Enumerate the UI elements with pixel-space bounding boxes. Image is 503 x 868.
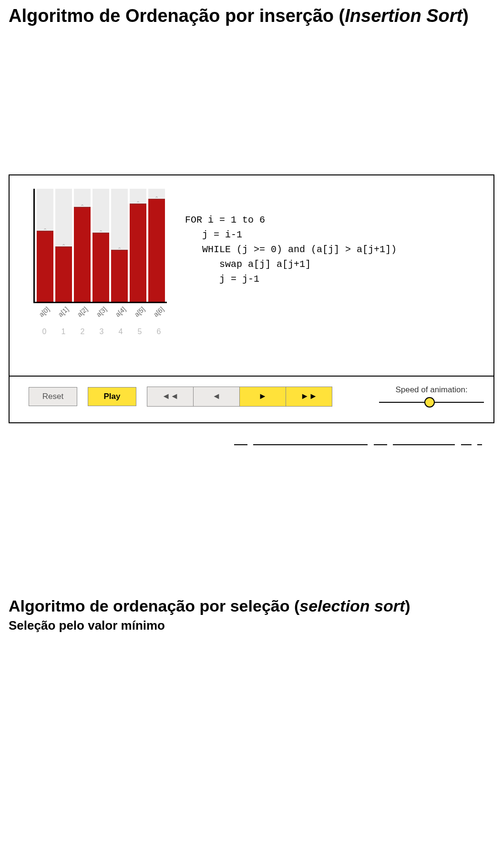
controls-bar: Reset Play ◄◄ ◄ ► ►► Speed of animation: [10, 376, 493, 422]
code-line: j = i-1 [185, 229, 242, 240]
pseudocode: FOR i = 1 to 6 j = i-1 WHILE (j >= 0) an… [185, 213, 480, 286]
code-line: WHILE (j >= 0) and (a[j] > a[j+1]) [185, 244, 397, 255]
bar-handle-icon[interactable]: ⌃ [99, 229, 103, 235]
bar-slot[interactable]: ⌃ [130, 189, 146, 302]
bar-handle-icon[interactable]: ⌃ [117, 246, 122, 253]
axis-index: 3 [92, 327, 111, 336]
dash-segment [461, 444, 472, 445]
selection-subheading: Seleção pelo valor mínimo [9, 618, 494, 633]
bar-fill: ⌃ [130, 204, 146, 302]
play-button[interactable]: Play [88, 387, 136, 406]
bar-slot[interactable]: ⌃ [37, 189, 53, 302]
title-text: Algoritmo de ordenação por seleção ( [9, 597, 299, 615]
speed-slider[interactable] [379, 397, 484, 408]
code-line: FOR i = 1 to 6 [185, 214, 265, 225]
reset-button[interactable]: Reset [29, 387, 77, 406]
code-line: j = j-1 [185, 274, 259, 285]
title-close: ) [462, 6, 469, 26]
bar-fill: ⌃ [111, 250, 128, 302]
bar-handle-icon[interactable]: ⌃ [62, 243, 66, 249]
bar-fill: ⌃ [55, 246, 72, 302]
step-forward-button[interactable]: ► [240, 387, 286, 407]
title-close: ) [405, 597, 410, 615]
axis-index: 6 [149, 327, 168, 336]
step-back-button[interactable]: ◄ [194, 387, 240, 407]
spacer [9, 449, 494, 597]
title-italic: selection sort [299, 597, 405, 615]
dash-segment [374, 444, 387, 445]
axis-category-labels: a[0]a[1]a[2]a[3]a[4]a[5]a[6] [35, 303, 168, 316]
dash-segment [393, 444, 455, 445]
bar-handle-icon[interactable]: ⌃ [80, 204, 84, 210]
axis-index: 1 [54, 327, 73, 336]
insertion-sort-demo: ⌃⌃⌃⌃⌃⌃⌃ a[0]a[1]a[2]a[3]a[4]a[5]a[6] 012… [9, 174, 494, 423]
step-button-group: ◄◄ ◄ ► ►► [147, 387, 332, 407]
dash-segment [234, 444, 247, 445]
bar-fill: ⌃ [37, 231, 53, 302]
bar-fill: ⌃ [148, 199, 165, 301]
bar-chart: ⌃⌃⌃⌃⌃⌃⌃ [33, 189, 167, 303]
bar-handle-icon[interactable]: ⌃ [154, 195, 159, 202]
axis-index: 2 [73, 327, 92, 336]
step-back-fast-button[interactable]: ◄◄ [147, 387, 194, 407]
bar-slot[interactable]: ⌃ [74, 189, 91, 302]
title-text: Algoritmo de Ordenação por inserção ( [9, 6, 345, 26]
step-forward-fast-button[interactable]: ►► [286, 387, 332, 407]
page-title-insertion: Algoritmo de Ordenação por inserção (Ins… [9, 5, 494, 28]
bar-slot[interactable]: ⌃ [111, 189, 128, 302]
bar-fill: ⌃ [74, 207, 91, 302]
title-italic: Insertion Sort [345, 6, 462, 26]
speed-control: Speed of animation: [379, 385, 484, 408]
code-line: swap a[j] a[j+1] [185, 259, 311, 270]
bar-slot[interactable]: ⌃ [55, 189, 72, 302]
bar-handle-icon[interactable]: ⌃ [136, 200, 140, 206]
dash-segment [477, 444, 482, 445]
dash-row [9, 440, 482, 449]
slider-thumb[interactable] [424, 397, 435, 408]
chart-column: ⌃⌃⌃⌃⌃⌃⌃ a[0]a[1]a[2]a[3]a[4]a[5]a[6] 012… [33, 189, 176, 345]
bar-slot[interactable]: ⌃ [92, 189, 109, 302]
bar-slot[interactable]: ⌃ [148, 189, 165, 302]
axis-index: 4 [111, 327, 130, 336]
pseudocode-panel: FOR i = 1 to 6 j = i-1 WHILE (j >= 0) an… [176, 189, 480, 345]
bar-fill: ⌃ [92, 233, 109, 301]
axis-index-labels: 0123456 [35, 316, 168, 336]
demo-main: ⌃⌃⌃⌃⌃⌃⌃ a[0]a[1]a[2]a[3]a[4]a[5]a[6] 012… [10, 175, 493, 376]
axis-index: 5 [130, 327, 149, 336]
page-title-selection: Algoritmo de ordenação por seleção (sele… [9, 597, 494, 615]
dash-segment [253, 444, 368, 445]
axis-index: 0 [35, 327, 54, 336]
bar-handle-icon[interactable]: ⌃ [43, 227, 47, 234]
spacer [9, 41, 494, 174]
speed-label: Speed of animation: [379, 385, 484, 395]
